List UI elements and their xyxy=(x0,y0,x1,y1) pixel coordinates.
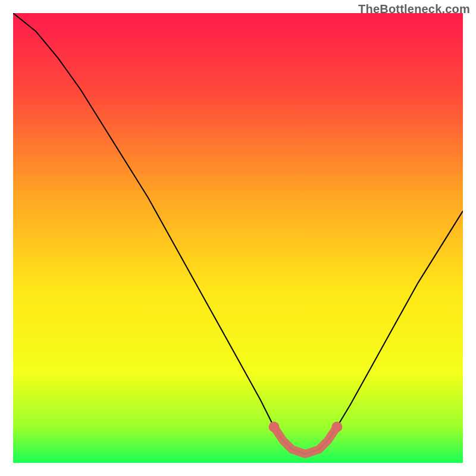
chart-svg xyxy=(13,13,463,463)
svg-rect-0 xyxy=(13,13,463,463)
svg-point-1 xyxy=(269,422,280,433)
bottleneck-chart xyxy=(13,13,463,463)
svg-point-2 xyxy=(331,422,342,433)
